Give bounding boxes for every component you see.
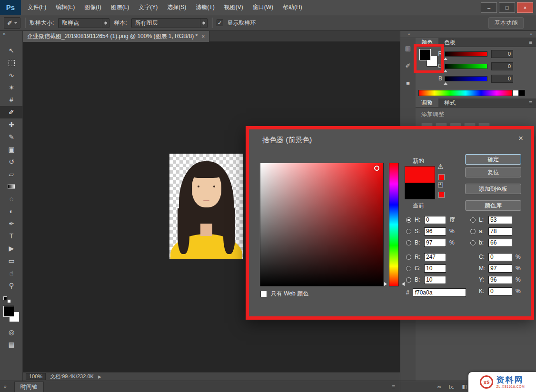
hue-slider[interactable] [389, 163, 399, 286]
panel-icon-eyedropper[interactable]: ✐ [406, 62, 411, 69]
tool-preset-picker[interactable]: ✐ [4, 17, 20, 29]
field-radio[interactable] [406, 240, 411, 245]
spot-healing-tool[interactable]: ✚ [0, 118, 23, 131]
field-radio[interactable] [406, 266, 411, 271]
default-colors-icon[interactable] [3, 296, 11, 303]
maximize-button[interactable]: □ [499, 2, 515, 13]
channel-value-input[interactable]: 0 [491, 62, 513, 70]
foreground-background-swatch[interactable] [2, 305, 20, 323]
menu-file[interactable]: 文件(F) [23, 0, 51, 15]
channel-value-input[interactable]: 0 [491, 50, 513, 58]
dodge-tool[interactable]: ◐ [0, 205, 23, 217]
foreground-swatch[interactable] [3, 306, 14, 317]
timeline-tab[interactable]: 时间轴 [14, 382, 44, 392]
status-expand-icon[interactable]: ▶ [98, 374, 101, 379]
quick-selection-tool[interactable]: ✶ [0, 81, 23, 94]
type-tool[interactable]: T [0, 230, 23, 242]
field-input[interactable] [424, 227, 446, 235]
layer-mask-icon[interactable]: ◧ [462, 383, 467, 390]
color-ramp[interactable] [418, 90, 525, 96]
ramp-white-swatch[interactable] [513, 90, 519, 96]
field-radio[interactable] [406, 255, 411, 260]
field-input[interactable] [488, 216, 512, 224]
field-radio[interactable] [470, 240, 476, 245]
blur-tool[interactable]: ◌ [0, 193, 23, 205]
menu-layer[interactable]: 图层(L) [106, 0, 134, 15]
field-radio[interactable] [406, 217, 411, 223]
dialog-close-icon[interactable]: × [518, 134, 523, 143]
web-only-checkbox[interactable] [260, 291, 267, 297]
gamut-warning-icon[interactable]: ⚠ [437, 163, 444, 170]
history-brush-tool[interactable]: ↺ [0, 156, 23, 168]
current-color-swatch[interactable] [405, 183, 435, 199]
menu-filter[interactable]: 滤镜(T) [191, 0, 219, 15]
hue-slider-left-arrow[interactable] [384, 282, 389, 286]
screen-mode-button[interactable]: ▤ [0, 338, 23, 351]
menu-help[interactable]: 帮助(H) [278, 0, 307, 15]
field-radio[interactable] [470, 217, 476, 223]
quick-mask-button[interactable]: ◎ [0, 326, 23, 338]
field-input[interactable] [488, 227, 512, 235]
field-input[interactable] [488, 239, 512, 247]
tab-close-icon[interactable]: × [201, 33, 205, 40]
panel-icon-columns[interactable]: ▥ [405, 45, 411, 52]
minimize-button[interactable]: – [481, 2, 497, 13]
menu-window[interactable]: 窗口(W) [248, 0, 278, 15]
menu-image[interactable]: 图像(I) [79, 0, 106, 15]
field-radio[interactable] [470, 229, 476, 234]
eyedropper-tool[interactable]: ✐ [0, 106, 23, 118]
hex-input[interactable] [413, 288, 466, 297]
panel-icon-properties[interactable]: ≡ [406, 80, 410, 87]
sample-layers-select[interactable]: 所有图层 [131, 18, 208, 28]
field-input[interactable] [488, 287, 512, 295]
sample-size-select[interactable]: 取样点 [58, 18, 109, 28]
channel-slider[interactable] [445, 51, 487, 57]
close-button[interactable]: × [517, 2, 533, 13]
web-safe-swatch[interactable] [438, 192, 445, 198]
menu-view[interactable]: 视图(V) [219, 0, 248, 15]
add-to-swatches-button[interactable]: 添加到色板 [465, 184, 521, 194]
gamut-warning-swatch[interactable] [438, 174, 445, 180]
color-field-marker[interactable] [374, 166, 379, 171]
field-input[interactable] [424, 239, 446, 247]
hue-slider-right-arrow[interactable] [400, 282, 405, 286]
gradient-tool[interactable] [0, 180, 23, 193]
menu-edit[interactable]: 编辑(E) [51, 0, 79, 15]
move-tool[interactable]: ↖ [0, 44, 23, 57]
web-safe-cube-icon[interactable]: ◰ [437, 181, 443, 188]
layer-effects-icon[interactable]: fx. [449, 384, 455, 390]
saturation-brightness-field[interactable] [260, 163, 384, 286]
field-input[interactable] [488, 265, 512, 273]
link-layers-icon[interactable]: ∞ [437, 384, 441, 390]
tab-styles[interactable]: 样式 [438, 98, 461, 107]
channel-value-input[interactable]: 0 [491, 75, 513, 83]
menu-type[interactable]: 文字(Y) [134, 0, 162, 15]
collapse-panels-icon[interactable]: « [408, 32, 410, 37]
reset-button[interactable]: 复位 [465, 167, 521, 177]
timeline-collapse-icon[interactable]: » [4, 384, 7, 389]
document-photo[interactable] [169, 154, 243, 259]
panel-menu-icon[interactable]: ≡ [525, 98, 536, 107]
zoom-tool[interactable]: ⚲ [0, 279, 23, 292]
shape-tool[interactable]: ▭ [0, 255, 23, 267]
brush-tool[interactable]: ✎ [0, 131, 23, 143]
hand-tool[interactable]: ☝ [0, 267, 23, 279]
field-input[interactable] [488, 253, 512, 261]
pen-tool[interactable]: ✒ [0, 217, 23, 230]
crop-tool[interactable]: # [0, 94, 23, 106]
field-input[interactable] [488, 276, 512, 284]
show-sampling-ring-checkbox[interactable]: ✓ [217, 20, 223, 26]
toolbox-collapse-icon[interactable]: » [0, 31, 22, 39]
tab-adjustments[interactable]: 调整 [416, 98, 438, 107]
channel-slider[interactable] [445, 76, 487, 81]
workspace-switcher-button[interactable]: 基本功能 [488, 17, 524, 29]
expand-panels-icon[interactable]: » [530, 32, 532, 37]
field-input[interactable] [424, 253, 446, 261]
eraser-tool[interactable]: ▱ [0, 168, 23, 180]
panel-menu-icon[interactable]: ≡ [525, 38, 536, 47]
menu-select[interactable]: 选择(S) [162, 0, 191, 15]
field-input[interactable] [424, 265, 446, 273]
clone-stamp-tool[interactable]: ▣ [0, 143, 23, 156]
ramp-black-swatch[interactable] [519, 90, 525, 96]
field-input[interactable] [424, 216, 446, 224]
